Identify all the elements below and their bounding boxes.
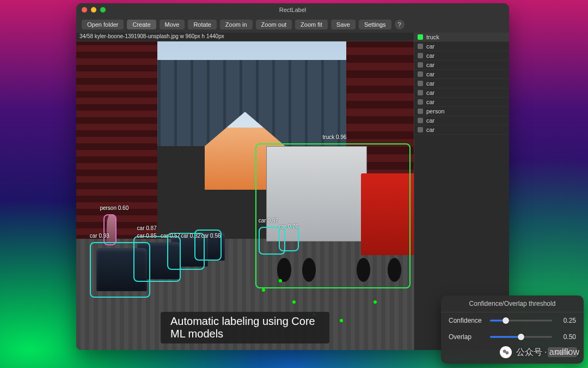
label-name: car — [426, 62, 434, 68]
label-name: truck — [426, 34, 439, 40]
move-button[interactable]: Move — [160, 20, 185, 29]
confidence-slider[interactable] — [490, 317, 552, 324]
label-name: car — [426, 89, 434, 96]
label-row[interactable]: truck — [414, 33, 509, 42]
create-button[interactable]: Create — [127, 20, 156, 29]
zoom-fit-button[interactable]: Zoom fit — [295, 20, 328, 29]
label-name: car — [426, 71, 434, 77]
label-swatch — [418, 62, 423, 68]
label-swatch — [418, 118, 423, 123]
zoom-icon[interactable] — [100, 7, 106, 13]
rotate-button[interactable]: Rotate — [188, 20, 216, 29]
scene-illustration — [76, 41, 414, 350]
label-swatch — [418, 108, 423, 114]
label-row[interactable]: car — [414, 88, 509, 98]
confidence-value: 0.25 — [558, 317, 576, 324]
image-canvas[interactable]: truck 0.96 person 0.60 car 0.93 car 0.87… — [76, 41, 414, 350]
label-row[interactable]: car — [414, 70, 509, 79]
titlebar: RectLabel — [76, 3, 509, 16]
overlap-label: Overlap — [449, 333, 485, 341]
confidence-label: Confidence — [449, 317, 485, 324]
help-button[interactable]: ? — [395, 20, 405, 29]
panel-title: Confidence/Overlap threshold — [441, 295, 584, 312]
label-swatch — [418, 71, 423, 77]
label-row[interactable]: car — [414, 79, 509, 88]
label-swatch — [418, 99, 423, 105]
window-controls — [82, 7, 106, 13]
label-swatch — [418, 90, 423, 95]
zoom-out-button[interactable]: Zoom out — [256, 20, 292, 29]
overlap-value: 0.50 — [558, 333, 576, 341]
toolbar: Open folder Create Move Rotate Zoom in Z… — [76, 16, 509, 33]
label-row[interactable]: car — [414, 51, 509, 61]
window-title: RectLabel — [76, 7, 509, 13]
label-swatch — [418, 44, 423, 49]
label-name: car — [426, 126, 434, 133]
confidence-row: Confidence 0.25 — [441, 312, 584, 329]
label-row[interactable]: car — [414, 125, 509, 135]
label-name: car — [426, 43, 434, 50]
label-swatch — [418, 34, 423, 40]
image-status: 34/58 kyler-boone-1391908-unsplash.jpg w… — [76, 33, 414, 41]
canvas-area: 34/58 kyler-boone-1391908-unsplash.jpg w… — [76, 33, 414, 350]
close-icon[interactable] — [82, 7, 87, 13]
label-swatch — [418, 127, 423, 132]
label-name: car — [426, 117, 434, 124]
label-row[interactable]: person — [414, 107, 509, 116]
watermark: 公众号 · andflow — [500, 346, 579, 358]
label-swatch — [418, 53, 423, 58]
label-row[interactable]: car — [414, 116, 509, 125]
label-row[interactable]: car — [414, 61, 509, 70]
save-button[interactable]: Save — [331, 20, 356, 29]
minimize-icon[interactable] — [91, 7, 96, 13]
label-name: person — [426, 108, 445, 114]
open-folder-button[interactable]: Open folder — [82, 20, 124, 29]
label-name: car — [426, 52, 434, 59]
settings-button[interactable]: Settings — [359, 20, 391, 29]
label-swatch — [418, 81, 423, 86]
wechat-icon — [500, 346, 512, 358]
svg-point-1 — [505, 351, 509, 354]
zoom-in-button[interactable]: Zoom in — [220, 20, 253, 29]
label-name: car — [426, 80, 434, 87]
label-row[interactable]: car — [414, 98, 509, 107]
label-row[interactable]: car — [414, 42, 509, 51]
video-caption: Automatic labeling using Core ML models — [161, 312, 329, 343]
label-name: car — [426, 99, 434, 105]
overlap-row: Overlap 0.50 — [441, 329, 584, 345]
overlap-slider[interactable] — [490, 333, 552, 341]
watermark-text: 公众号 · andflow — [516, 347, 579, 358]
